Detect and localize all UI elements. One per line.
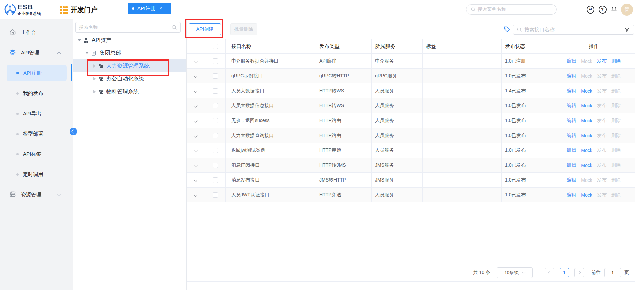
sidebar-subitem-我的发布[interactable]: 我的发布 [7, 85, 67, 102]
edit-link[interactable]: 编辑 [567, 58, 576, 64]
sidebar-subitem-API注册[interactable]: API注册 [7, 65, 67, 81]
current-page-button[interactable]: 1 [560, 268, 569, 277]
edit-link[interactable]: 编辑 [567, 162, 576, 168]
mock-link[interactable]: Mock [581, 163, 592, 168]
sidebar-subitem-API标签[interactable]: API标签 [7, 146, 67, 163]
mock-link[interactable]: Mock [581, 133, 592, 138]
mock-link[interactable]: Mock [581, 118, 592, 123]
sidebar-subitem-API导出[interactable]: API导出 [7, 105, 67, 122]
mock-link[interactable]: Mock [581, 177, 592, 183]
user-avatar[interactable]: 管 [621, 4, 633, 16]
ai-assistant-button[interactable]: AI [586, 5, 595, 14]
publish-link[interactable]: 发布 [597, 147, 607, 153]
row-expand-icon[interactable] [194, 163, 197, 167]
row-checkbox[interactable] [213, 58, 218, 64]
caret-collapsed-icon[interactable] [93, 90, 96, 93]
delete-link[interactable]: 删除 [611, 118, 621, 124]
row-checkbox[interactable] [213, 133, 218, 138]
row-expand-icon[interactable] [194, 193, 197, 197]
interface-search-input[interactable]: 搜索接口名称 [513, 25, 634, 35]
publish-link[interactable]: 发布 [597, 132, 607, 139]
delete-link[interactable]: 删除 [611, 88, 621, 94]
delete-link[interactable]: 删除 [611, 58, 621, 64]
row-checkbox[interactable] [213, 103, 218, 108]
mock-link[interactable]: Mock [581, 58, 592, 64]
tree-node-人力资源管理系统[interactable]: 人力资源管理系统 [73, 59, 186, 72]
sidebar-subitem-模型部署[interactable]: 模型部署 [7, 125, 67, 142]
goto-page-input[interactable]: 1 [604, 268, 621, 277]
tab-close-icon[interactable]: × [159, 6, 162, 11]
edit-link[interactable]: 编辑 [567, 73, 576, 79]
mock-link[interactable]: Mock [581, 148, 592, 153]
menu-search-input[interactable]: 搜索菜单名称 [466, 4, 557, 15]
edit-link[interactable]: 编辑 [567, 192, 576, 198]
row-expand-icon[interactable] [194, 59, 197, 63]
edit-link[interactable]: 编辑 [567, 177, 576, 183]
publish-link[interactable]: 发布 [597, 192, 607, 198]
sidebar-subitem-定时调用[interactable]: 定时调用 [7, 166, 67, 183]
caret-expanded-icon[interactable] [85, 52, 89, 54]
sidebar-item-工作台[interactable]: 工作台 [0, 22, 73, 43]
mock-link[interactable]: Mock [581, 192, 592, 198]
edit-link[interactable]: 编辑 [567, 118, 576, 124]
row-expand-icon[interactable] [194, 148, 197, 152]
publish-link[interactable]: 发布 [597, 88, 607, 94]
row-checkbox[interactable] [213, 73, 218, 79]
delete-link[interactable]: 删除 [611, 103, 621, 109]
prev-page-button[interactable] [545, 268, 554, 277]
publish-link[interactable]: 发布 [597, 177, 607, 183]
row-expand-icon[interactable] [194, 119, 197, 122]
tree-node-API资产[interactable]: API资产 [73, 34, 186, 47]
mock-link[interactable]: Mock [581, 103, 592, 108]
row-checkbox[interactable] [213, 118, 218, 123]
row-expand-icon[interactable] [194, 178, 197, 182]
caret-collapsed-icon[interactable] [93, 77, 96, 80]
api-create-button[interactable]: API创建 [189, 23, 221, 35]
mock-link[interactable]: Mock [581, 88, 592, 94]
delete-link[interactable]: 删除 [611, 147, 621, 153]
row-checkbox[interactable] [213, 177, 218, 183]
row-expand-icon[interactable] [194, 134, 197, 137]
notification-button[interactable] [610, 5, 618, 14]
edit-link[interactable]: 编辑 [567, 147, 576, 153]
row-checkbox[interactable] [213, 163, 218, 168]
delete-link[interactable]: 删除 [611, 177, 621, 183]
delete-link[interactable]: 删除 [611, 73, 621, 79]
filter-funnel-icon[interactable] [624, 27, 630, 33]
delete-link[interactable]: 删除 [611, 162, 621, 168]
tree-node-办公自动化系统[interactable]: 办公自动化系统 [73, 72, 186, 85]
row-checkbox[interactable] [213, 192, 218, 198]
edit-link[interactable]: 编辑 [567, 132, 576, 139]
tab-api-register[interactable]: API注册 × [128, 3, 171, 14]
tree-node-集团总部[interactable]: 集团总部 [73, 47, 186, 59]
delete-link[interactable]: 删除 [611, 132, 621, 139]
row-expand-icon[interactable] [194, 89, 197, 93]
row-checkbox[interactable] [213, 88, 218, 94]
publish-link[interactable]: 发布 [597, 58, 607, 64]
row-expand-icon[interactable] [194, 104, 197, 107]
edit-link[interactable]: 编辑 [567, 103, 576, 109]
page-size-select[interactable]: 10条/页 [497, 267, 533, 278]
sidebar-item-API管理[interactable]: API管理 [0, 43, 73, 63]
mock-link[interactable]: Mock [581, 73, 592, 79]
next-page-button[interactable] [574, 268, 584, 277]
publish-link[interactable]: 发布 [597, 103, 607, 109]
tag-icon[interactable] [503, 26, 511, 33]
panel-collapse-button[interactable] [70, 128, 77, 135]
publish-link[interactable]: 发布 [597, 162, 607, 168]
tree-search-input[interactable]: 搜索名称 [75, 22, 181, 33]
batch-delete-button[interactable]: 批量删除 [230, 23, 257, 35]
select-all-checkbox[interactable] [213, 44, 218, 49]
service-cell-text: 人员服务 [375, 118, 394, 124]
publish-link[interactable]: 发布 [597, 73, 607, 79]
tree-node-物料管理系统[interactable]: 物料管理系统 [73, 85, 186, 98]
publish-link[interactable]: 发布 [597, 118, 607, 124]
help-button[interactable]: ? [598, 5, 607, 14]
caret-expanded-icon[interactable] [78, 39, 81, 41]
delete-link[interactable]: 删除 [611, 192, 621, 198]
caret-collapsed-icon[interactable] [93, 64, 96, 68]
edit-link[interactable]: 编辑 [567, 88, 576, 94]
sidebar-item-资源管理[interactable]: 资源管理 [0, 185, 73, 205]
row-checkbox[interactable] [213, 148, 218, 153]
row-expand-icon[interactable] [194, 74, 197, 78]
